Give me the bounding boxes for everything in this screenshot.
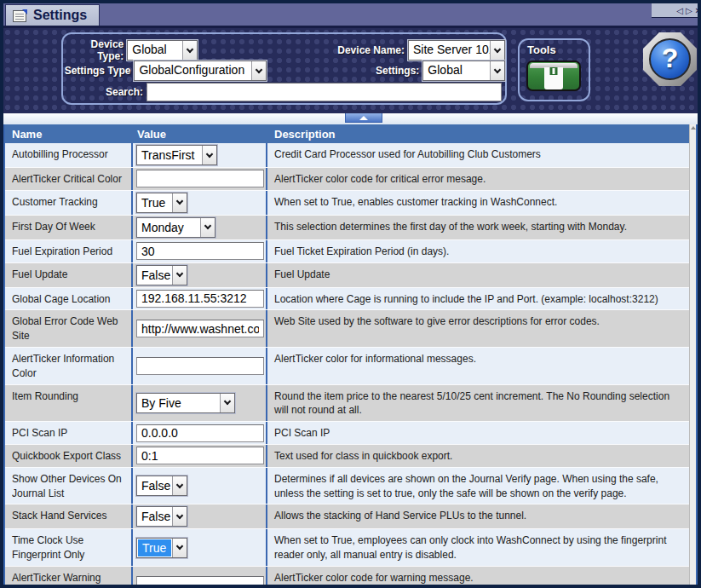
table-row: AlertTicker Information ColorAlertTicker… — [5, 348, 689, 385]
settings-table-body: Autobilling ProcessorTransFirstCredit Ca… — [5, 143, 689, 588]
setting-value-select[interactable]: Monday — [136, 217, 215, 238]
setting-value-input[interactable] — [136, 290, 264, 308]
select-value: True — [138, 539, 171, 556]
search-input[interactable] — [147, 83, 502, 101]
save-button[interactable] — [526, 61, 581, 91]
setting-name: Fuel Update — [5, 263, 133, 287]
help-button[interactable]: ? — [643, 32, 697, 86]
chevron-down-icon[interactable] — [172, 193, 187, 212]
setting-value-cell — [133, 288, 267, 310]
setting-description: Text used for class in quickbook export. — [267, 445, 689, 467]
chevron-down-icon[interactable] — [251, 61, 266, 80]
setting-value-select[interactable]: False — [136, 265, 187, 285]
setting-description: When set to True, enables customer track… — [267, 191, 689, 215]
setting-value-cell — [133, 422, 267, 444]
chevron-down-icon[interactable] — [220, 394, 234, 412]
settings-type-select[interactable]: GlobalConfiguration — [134, 61, 267, 81]
setting-value-input[interactable] — [136, 320, 264, 337]
device-type-value: Global — [128, 41, 181, 60]
table-row: AlertTicker Warning ColorAlertTicker col… — [5, 567, 689, 588]
setting-value-select[interactable]: By Five — [136, 393, 235, 413]
criteria-panel: Device Type: Global Device Name: Site Se… — [61, 32, 507, 105]
setting-value-input[interactable] — [136, 242, 264, 260]
setting-value-cell — [133, 310, 267, 347]
setting-name: Global Error Code Web Site — [5, 310, 133, 347]
setting-value-select[interactable]: False — [136, 476, 187, 496]
table-row: Time Clock Use Fingerprint OnlyTrueWhen … — [5, 529, 689, 567]
setting-name: Item Rounding — [5, 385, 133, 422]
chevron-down-icon[interactable] — [172, 507, 187, 526]
tools-label: Tools — [527, 43, 589, 56]
setting-name: AlertTicker Warning Color — [5, 567, 133, 588]
setting-value-input[interactable] — [136, 357, 264, 375]
tab-bar: Settings ◁ ▷ ✕ — [3, 3, 698, 28]
setting-value-input[interactable] — [136, 576, 264, 588]
select-value: False — [137, 507, 172, 526]
setting-name: Time Clock Use Fingerprint Only — [5, 529, 133, 566]
device-name-label: Device Name: — [318, 44, 408, 56]
device-type-label: Device Type: — [63, 38, 127, 62]
settings-value: Global — [423, 61, 490, 80]
setting-value-cell: Monday — [133, 216, 267, 239]
chevron-down-icon[interactable] — [172, 476, 187, 495]
settings-type-value: GlobalConfiguration — [135, 61, 251, 80]
column-header-description: Description — [267, 128, 689, 141]
floppy-disk-icon — [544, 67, 563, 89]
tab-scroll-controls: ◁ ▷ ✕ — [652, 3, 698, 18]
setting-description: Determines if all devices are shown on t… — [267, 468, 689, 504]
table-row: PCI Scan IPPCI Scan IP — [5, 422, 689, 445]
setting-value-select[interactable]: TransFirst — [136, 145, 217, 165]
chevron-down-icon[interactable] — [490, 61, 504, 80]
tab-close-icon[interactable]: ✕ — [695, 6, 698, 16]
tab-settings[interactable]: Settings — [5, 4, 100, 26]
device-name-select[interactable]: Site Server 101 — [408, 40, 505, 61]
scroll-up-icon — [691, 126, 696, 130]
setting-value-cell — [133, 567, 267, 588]
setting-description: Round the item price to the nearest 5/10… — [267, 385, 689, 422]
setting-value-input[interactable] — [136, 170, 264, 187]
table-row: AlertTicker Critical ColorAlertTicker co… — [5, 168, 689, 191]
tab-scroll-right-icon[interactable]: ▷ — [686, 6, 692, 16]
select-value: Monday — [137, 218, 200, 237]
setting-name: Global Cage Location — [5, 288, 133, 310]
setting-name: Autobilling Processor — [5, 143, 133, 167]
chevron-down-icon[interactable] — [182, 41, 197, 60]
setting-value-select[interactable]: True — [136, 193, 187, 213]
setting-value-select[interactable]: False — [136, 506, 187, 527]
settings-window: Settings ◁ ▷ ✕ Device Type: Global Devic… — [0, 0, 701, 588]
setting-value-cell: By Five — [133, 385, 267, 422]
settings-label: Settings: — [322, 65, 422, 77]
table-row: Stack Hand ServicesFalseAllows the stack… — [5, 504, 689, 529]
select-value: False — [137, 266, 172, 285]
device-type-select[interactable]: Global — [127, 40, 197, 61]
settings-type-label: Settings Type — [63, 65, 134, 77]
setting-value-cell — [133, 445, 267, 467]
chevron-down-icon[interactable] — [490, 41, 504, 60]
table-row: Fuel UpdateFalseFuel Update — [5, 263, 689, 288]
setting-name: PCI Scan IP — [5, 422, 133, 444]
setting-description: Fuel Update — [267, 263, 689, 287]
setting-description: AlertTicker color code for warning messa… — [267, 567, 689, 588]
select-value: False — [137, 476, 172, 495]
tab-scroll-left-icon[interactable]: ◁ — [676, 6, 683, 16]
chevron-down-icon[interactable] — [172, 266, 187, 285]
chevron-down-icon[interactable] — [202, 146, 216, 164]
chevron-down-icon[interactable] — [172, 539, 187, 557]
chevron-down-icon[interactable] — [200, 218, 215, 237]
vertical-scrollbar[interactable] — [689, 124, 696, 586]
settings-select[interactable]: Global — [422, 61, 505, 81]
setting-value-input[interactable] — [136, 424, 264, 442]
setting-value-select[interactable]: True — [136, 538, 187, 558]
table-row: Global Error Code Web SiteWeb Site used … — [5, 310, 689, 348]
collapse-up-arrow-icon — [359, 116, 368, 120]
table-row: Autobilling ProcessorTransFirstCredit Ca… — [5, 143, 689, 168]
table-row: Item RoundingBy FiveRound the item price… — [5, 385, 689, 423]
device-name-value: Site Server 101 — [409, 41, 490, 60]
collapse-header-button[interactable] — [345, 113, 382, 123]
header-band: Device Type: Global Device Name: Site Se… — [3, 28, 698, 113]
setting-description: Credit Card Processor used for Autobilli… — [267, 143, 689, 167]
setting-value-input[interactable] — [136, 447, 264, 464]
setting-description: AlertTicker color for informational mess… — [267, 348, 689, 384]
settings-properties-icon — [13, 9, 27, 22]
setting-value-cell: True — [133, 529, 267, 566]
